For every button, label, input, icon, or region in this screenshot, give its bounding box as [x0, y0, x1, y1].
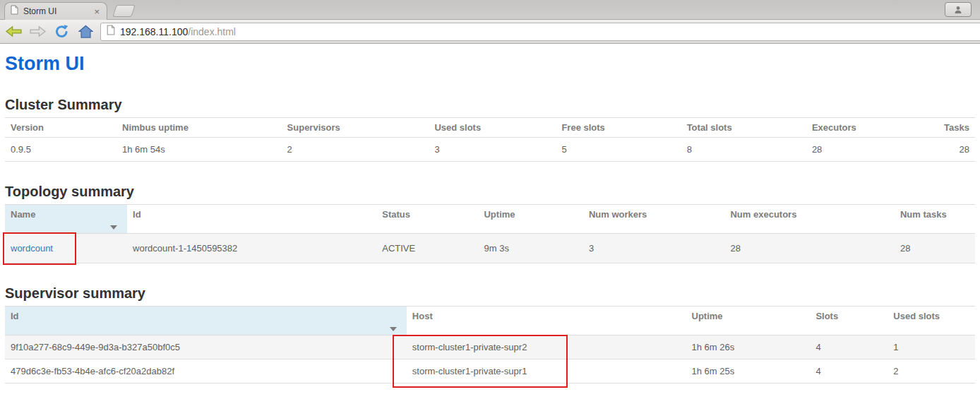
- col-free-slots[interactable]: Free slots: [556, 118, 681, 138]
- col-slots[interactable]: Slots: [810, 307, 888, 335]
- supervisor-id-cell: 479d6c3e-fb53-4b4e-afc6-cf20a2dab82f: [5, 360, 407, 384]
- col-id-sorted[interactable]: Id: [5, 307, 407, 335]
- col-tasks[interactable]: Tasks: [934, 118, 975, 138]
- topology-num-executors-cell: 28: [724, 234, 894, 263]
- supervisor-slots-cell: 4: [810, 360, 888, 384]
- topology-uptime-cell: 9m 3s: [478, 234, 582, 263]
- topology-wordcount-link[interactable]: wordcount: [11, 243, 53, 254]
- refresh-icon: [54, 24, 69, 39]
- sort-desc-icon: [390, 327, 397, 331]
- home-button[interactable]: [76, 23, 95, 40]
- supervisor-used-slots-cell: 1: [888, 335, 975, 360]
- topology-row: wordcount wordcount-1-1450595382 ACTIVE …: [5, 234, 975, 263]
- topology-name-cell: wordcount: [5, 234, 127, 263]
- refresh-button[interactable]: [52, 23, 71, 40]
- back-button[interactable]: [4, 23, 23, 40]
- supervisor-summary-heading: Supervisor summary: [5, 285, 975, 302]
- topology-id-cell: wordcount-1-1450595382: [127, 234, 376, 263]
- url-path: /index.html: [188, 26, 236, 37]
- col-num-executors[interactable]: Num executors: [724, 205, 894, 234]
- back-arrow-icon: [5, 25, 23, 38]
- col-supervisors[interactable]: Supervisors: [282, 118, 429, 138]
- supervisor-used-slots-cell: 2: [888, 360, 975, 384]
- url-bar[interactable]: 192.168.11.100/index.html: [100, 23, 980, 41]
- tasks-cell: 28: [934, 138, 975, 162]
- col-nimbus-uptime[interactable]: Nimbus uptime: [116, 118, 282, 138]
- supervisor-uptime-cell: 1h 6m 26s: [686, 335, 811, 360]
- col-uptime[interactable]: Uptime: [478, 205, 582, 234]
- supervisor-row: 479d6c3e-fb53-4b4e-afc6-cf20a2dab82f sto…: [5, 360, 975, 384]
- supervisor-id-cell: 9f10a277-68c9-449e-9d3a-b327a50bf0c5: [5, 335, 407, 360]
- nimbus-uptime-cell: 1h 6m 54s: [116, 138, 282, 162]
- col-version[interactable]: Version: [5, 118, 116, 138]
- col-host[interactable]: Host: [407, 307, 686, 335]
- topology-status-cell: ACTIVE: [376, 234, 478, 263]
- col-executors[interactable]: Executors: [806, 118, 934, 138]
- executors-cell: 28: [806, 138, 934, 162]
- used-slots-cell: 3: [429, 138, 556, 162]
- cluster-header-row: Version Nimbus uptime Supervisors Used s…: [5, 118, 975, 138]
- forward-arrow-icon: [29, 25, 47, 38]
- page-file-icon: [11, 5, 18, 18]
- supervisor-host-cell: storm-cluster1-private-supr2: [407, 335, 686, 360]
- browser-toolbar: 192.168.11.100/index.html: [0, 20, 980, 44]
- cluster-row: 0.9.5 1h 6m 54s 2 3 5 8 28 28: [5, 138, 975, 162]
- col-uptime[interactable]: Uptime: [686, 307, 811, 335]
- forward-button[interactable]: [28, 23, 47, 40]
- topology-summary-heading: Topology summary: [5, 184, 975, 200]
- url-host: 192.168.11.100: [120, 26, 188, 37]
- col-id[interactable]: Id: [127, 205, 376, 234]
- supervisors-cell: 2: [282, 138, 429, 162]
- supervisor-header-row: Id Host Uptime Slots Used slots: [5, 307, 975, 335]
- total-slots-cell: 8: [681, 138, 806, 162]
- storm-ui-page: Storm UI Cluster Summary Version Nimbus …: [0, 53, 980, 384]
- supervisor-row: 9f10a277-68c9-449e-9d3a-b327a50bf0c5 sto…: [5, 335, 975, 360]
- home-icon: [78, 25, 93, 38]
- col-num-tasks[interactable]: Num tasks: [895, 205, 975, 234]
- cluster-summary-table: Version Nimbus uptime Supervisors Used s…: [5, 117, 975, 162]
- topology-header-row: Name Id Status Uptime Num workers Num ex…: [5, 205, 975, 234]
- supervisor-host-cell: storm-cluster1-private-supr1: [407, 360, 686, 384]
- col-used-slots[interactable]: Used slots: [888, 307, 975, 335]
- user-icon: [953, 5, 963, 15]
- supervisor-summary-table: Id Host Uptime Slots Used slots 9f10a277…: [5, 306, 975, 384]
- col-num-workers[interactable]: Num workers: [583, 205, 725, 234]
- page-file-icon: [107, 25, 115, 38]
- free-slots-cell: 5: [556, 138, 681, 162]
- col-used-slots[interactable]: Used slots: [429, 118, 556, 138]
- topology-num-tasks-cell: 28: [895, 234, 975, 263]
- col-status[interactable]: Status: [376, 205, 478, 234]
- sort-desc-icon: [110, 225, 117, 230]
- topology-num-workers-cell: 3: [583, 234, 725, 263]
- browser-tab[interactable]: Storm UI ×: [4, 2, 107, 20]
- topology-summary-table: Name Id Status Uptime Num workers Num ex…: [5, 204, 975, 263]
- supervisor-uptime-cell: 1h 6m 25s: [686, 360, 811, 384]
- profile-button[interactable]: [945, 2, 972, 17]
- page-title: Storm UI: [5, 53, 975, 75]
- cluster-summary-heading: Cluster Summary: [5, 97, 975, 113]
- supervisor-slots-cell: 4: [810, 335, 888, 360]
- version-cell: 0.9.5: [5, 138, 116, 162]
- new-tab-button[interactable]: [112, 5, 136, 17]
- tab-title: Storm UI: [23, 6, 88, 16]
- url-text: 192.168.11.100/index.html: [120, 26, 236, 37]
- col-name-sorted[interactable]: Name: [5, 205, 127, 234]
- col-total-slots[interactable]: Total slots: [681, 118, 806, 138]
- close-tab-icon[interactable]: ×: [92, 7, 101, 16]
- browser-tab-strip: Storm UI ×: [0, 0, 980, 20]
